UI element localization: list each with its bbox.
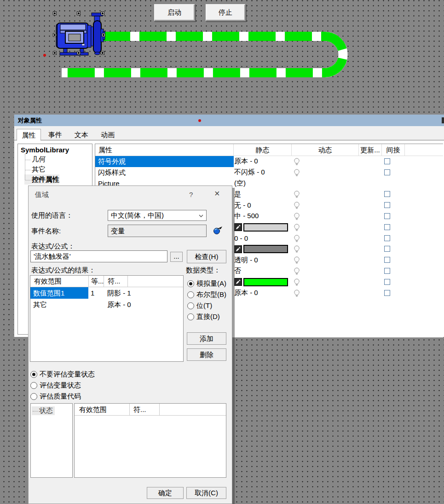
ok-button[interactable]: 确定 [147,487,184,499]
tree-item-geometry[interactable]: 几何 [24,154,91,164]
color-picker-button[interactable] [234,278,242,286]
selection-handle[interactable] [77,12,81,15]
bulb-icon[interactable] [294,224,300,232]
indirect-checkbox[interactable] [384,169,390,175]
dynamic-cell[interactable] [294,202,300,211]
property-static-cell[interactable]: 是 [234,189,294,200]
indirect-checkbox[interactable] [384,235,390,241]
selection-handle[interactable] [77,51,81,55]
color-picker-button[interactable] [234,245,242,253]
selection-handle[interactable] [53,12,57,15]
dynamic-cell[interactable] [294,235,300,244]
radio-eval-tag-status[interactable]: 评估变量状态 [30,380,95,390]
tab-animation[interactable]: 动画 [96,128,120,140]
property-static-cell[interactable]: (空) [234,178,294,189]
result-row[interactable]: 其它 原本 - 0 [30,299,183,310]
selection-handle[interactable] [101,12,104,15]
color-swatch[interactable] [243,245,288,253]
indirect-checkbox[interactable] [384,246,390,252]
dynamic-cell[interactable] [294,169,300,178]
dynamic-cell[interactable] [294,256,300,266]
indirect-checkbox[interactable] [384,290,390,296]
property-static-cell[interactable] [234,243,294,255]
radio-bool[interactable]: 布尔型(B) [187,290,226,300]
selection-handle[interactable] [101,51,104,55]
property-static-cell[interactable]: 无 - 0 [234,200,294,211]
property-static-cell[interactable] [234,222,294,233]
bulb-icon[interactable] [294,278,300,286]
property-static-cell[interactable]: 0 - 0 [234,233,294,244]
dynamic-cell[interactable] [294,158,300,167]
check-button[interactable]: 检查(H) [187,250,226,263]
indirect-checkbox[interactable] [384,268,390,274]
bulb-icon[interactable] [294,245,300,253]
dynamic-cell[interactable] [294,290,300,299]
expression-input[interactable]: '流水触发器' [30,250,167,262]
delete-button[interactable]: 删除 [187,348,226,361]
property-static-cell[interactable]: 透明 - 0 [234,255,294,266]
tree-root[interactable]: SymbolLibrary [19,145,91,154]
property-row[interactable]: 闪烁样式不闪烁 - 0 [95,167,443,178]
bulb-icon[interactable] [294,202,300,209]
radio-eval-quality-code[interactable]: 评估质量代码 [30,391,95,401]
bulb-icon[interactable] [294,256,300,264]
language-select[interactable]: 中文(简体，中国) [108,210,207,221]
property-static-cell[interactable]: 中 - 500 [234,211,294,222]
window-titlebar[interactable]: 对象属性 [14,115,444,126]
property-name-cell[interactable]: 闪烁样式 [95,167,234,178]
bulb-icon[interactable] [294,191,300,198]
event-name-field[interactable]: 变量 [108,225,207,237]
result-row[interactable]: 数值范围1 1 阴影 - 1 [30,287,183,299]
bulb-icon[interactable] [294,169,300,177]
selection-handle[interactable] [102,33,105,37]
indirect-checkbox[interactable] [384,213,390,219]
bulb-icon[interactable] [294,235,300,243]
add-button[interactable]: 添加 [187,332,226,345]
radio-analog[interactable]: 模拟量(A) [187,278,226,289]
property-static-cell[interactable]: 原本 - 0 [234,288,294,299]
indirect-checkbox[interactable] [384,191,390,197]
property-row[interactable]: 符号外观原本 - 0 [95,156,443,167]
tree-item-status[interactable]: 状态 [32,406,55,415]
tree-item-control-properties[interactable]: 控件属性 [24,174,59,185]
tag-selection-icon[interactable] [213,226,223,235]
property-static-cell[interactable]: 不闪烁 - 0 [234,167,294,178]
radio-no-eval-tag-status[interactable]: 不要评估变量状态 [30,369,95,379]
status-tree-panel[interactable]: 状态 [30,403,73,478]
tree-item-misc[interactable]: 其它 [24,164,91,174]
dynamic-cell[interactable] [294,278,300,288]
dynamic-cell[interactable] [294,245,300,255]
indirect-checkbox[interactable] [384,257,390,263]
tab-events[interactable]: 事件 [43,128,67,140]
browse-button[interactable]: ... [170,252,183,262]
selection-handle[interactable] [53,33,57,37]
dynamic-cell[interactable] [294,224,300,233]
help-button[interactable]: ? [189,191,193,198]
indirect-checkbox[interactable] [384,202,390,208]
tab-text[interactable]: 文本 [69,128,93,140]
color-picker-button[interactable] [234,223,242,231]
indirect-checkbox[interactable] [384,224,390,230]
property-name-cell[interactable]: 符号外观 [95,156,234,167]
radio-direct[interactable]: 直接(D) [187,312,226,322]
property-static-cell[interactable] [234,277,294,288]
start-button[interactable]: 启动 [154,4,195,21]
property-static-cell[interactable]: 原本 - 0 [234,156,294,167]
color-swatch[interactable] [243,223,288,232]
bulb-icon[interactable] [294,267,300,275]
indirect-checkbox[interactable] [384,279,390,285]
cancel-button[interactable]: 取消(C) [186,487,226,499]
bulb-icon[interactable] [294,158,300,166]
selection-handle[interactable] [53,51,57,55]
bulb-icon[interactable] [294,290,300,297]
indirect-checkbox[interactable] [384,158,390,164]
dynamic-cell[interactable] [294,213,300,222]
stop-button[interactable]: 停止 [205,4,246,21]
property-static-cell[interactable]: 否 [234,266,294,277]
tab-properties[interactable]: 属性 [17,129,41,141]
dynamic-cell[interactable] [294,267,300,277]
result-range-cell[interactable]: 数值范围1 [30,287,88,299]
dynamic-cell[interactable] [294,191,300,200]
close-icon[interactable]: × [214,188,220,199]
radio-bit[interactable]: 位(T) [187,301,226,311]
